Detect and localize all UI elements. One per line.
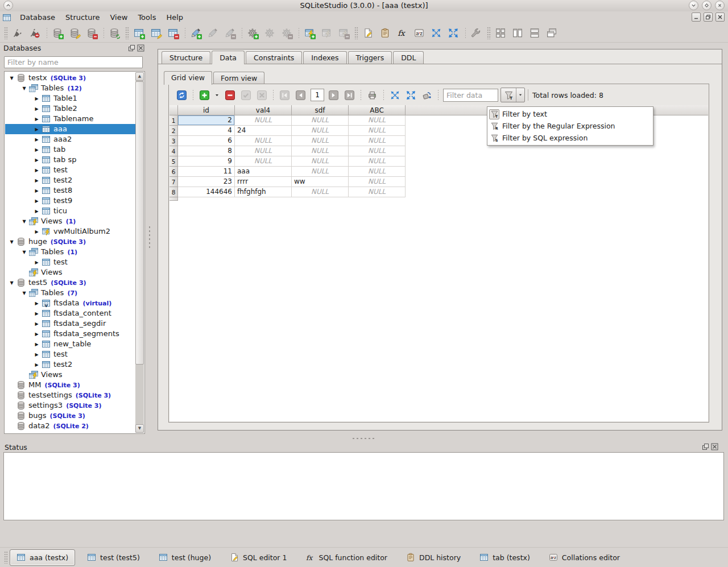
open-ddl-history-button[interactable]	[377, 25, 393, 41]
tree-item-testx[interactable]: ▼testx(SQLite 3)	[5, 73, 135, 83]
status-float-button[interactable]	[702, 443, 709, 450]
taskbar-aaa-testx[interactable]: aaa (testx)	[10, 549, 75, 566]
expand-all-windows-button[interactable]	[445, 25, 461, 41]
filter-mode-button[interactable]: T	[501, 88, 516, 102]
grid-cell[interactable]: 4	[178, 126, 235, 136]
windows-vertical-layout-button[interactable]	[510, 25, 526, 41]
row-header[interactable]: 3	[169, 136, 178, 146]
tree-item-test[interactable]: ▶test	[5, 165, 135, 175]
toolbar-grip[interactable]	[4, 27, 8, 39]
disconnect-database-button[interactable]	[27, 25, 43, 41]
window-minimize-button[interactable]	[689, 1, 698, 10]
refresh-schema-button[interactable]	[106, 25, 122, 41]
collapse-arrow-icon[interactable]: ▼	[20, 250, 28, 255]
grid-cell[interactable]: NULL	[235, 115, 292, 126]
tree-item-test8[interactable]: ▶test8	[5, 185, 135, 196]
tree-item-tables[interactable]: ▼Tables(12)	[5, 83, 135, 93]
expand-all-rows-button[interactable]	[403, 88, 418, 102]
row-header[interactable]: 2	[169, 126, 178, 136]
expand-arrow-icon[interactable]: ▶	[32, 332, 41, 337]
commit-changes-button[interactable]	[238, 88, 253, 102]
expand-arrow-icon[interactable]: ▶	[32, 311, 41, 316]
taskbar-sql-editor-1[interactable]: SQL editor 1	[223, 549, 293, 566]
window-maximize-button[interactable]	[702, 1, 712, 10]
expand-arrow-icon[interactable]: ▶	[32, 178, 41, 183]
collapse-arrow-icon[interactable]: ▼	[20, 219, 28, 224]
vertical-splitter[interactable]	[147, 225, 152, 248]
new-trigger-button[interactable]	[245, 25, 260, 41]
taskbar-test-test5[interactable]: test (test5)	[80, 549, 147, 566]
expand-arrow-icon[interactable]: ▶	[32, 352, 41, 357]
next-page-button[interactable]	[326, 88, 341, 102]
panel-float-button[interactable]	[128, 44, 135, 52]
tab-grid-view[interactable]: Grid view	[164, 71, 212, 85]
expand-arrow-icon[interactable]: ▶	[32, 321, 41, 326]
menu-view[interactable]: View	[105, 13, 133, 22]
new-index-button[interactable]	[188, 25, 204, 41]
taskbar-tab-testx[interactable]: tab (testx)	[473, 549, 537, 566]
collapse-arrow-icon[interactable]: ▼	[7, 239, 16, 245]
grid-cell[interactable]: 24	[235, 126, 292, 136]
tree-item-views[interactable]: ▼Views(1)	[5, 216, 135, 226]
open-sql-editor-button[interactable]	[360, 25, 376, 41]
tree-item-huge[interactable]: ▼huge(SQLite 3)	[5, 237, 135, 247]
grid-cell[interactable]: 23	[178, 177, 235, 187]
grid-cell[interactable]: NULL	[235, 136, 292, 146]
tree-item-tab-sp[interactable]: ▶tab sp	[5, 155, 135, 165]
tree-item-tablename[interactable]: ▶Tablename	[5, 114, 135, 124]
grid-cell[interactable]: NULL	[235, 156, 292, 167]
print-data-button[interactable]	[365, 88, 379, 102]
menu-item-filter-by-text[interactable]: TFilter by text	[487, 108, 653, 120]
mdi-minimize-button[interactable]	[692, 13, 701, 22]
drop-index-button[interactable]	[222, 25, 238, 41]
windows-horizontal-layout-button[interactable]	[527, 25, 543, 41]
column-header-sdf[interactable]: sdf	[292, 105, 349, 115]
grid-cell[interactable]: NULL	[292, 156, 349, 167]
collapse-all-rows-button[interactable]	[387, 88, 402, 102]
filter-mode-dropdown-button[interactable]	[516, 88, 524, 102]
row-header[interactable]: 7	[169, 177, 178, 187]
grid-cell[interactable]: NULL	[349, 187, 406, 197]
tab-triggers[interactable]: Triggers	[348, 51, 392, 64]
grid-cell[interactable]: 6	[178, 136, 235, 146]
tree-item-settings3[interactable]: settings3(SQLite 3)	[5, 400, 135, 411]
last-page-button[interactable]	[342, 88, 357, 102]
row-header[interactable]: 6	[169, 167, 178, 177]
grid-cell[interactable]: NULL	[292, 146, 349, 156]
insert-row-button[interactable]	[197, 88, 212, 102]
prev-page-button[interactable]	[293, 88, 308, 102]
horizontal-splitter[interactable]	[351, 436, 377, 440]
grid-cell[interactable]: NULL	[349, 136, 406, 146]
grid-cell[interactable]: NULL	[349, 115, 406, 126]
panel-close-button[interactable]	[137, 44, 144, 52]
expand-arrow-icon[interactable]: ▶	[32, 342, 41, 347]
tree-item-test[interactable]: ▶test	[5, 257, 135, 267]
taskbar-collations-editor[interactable]: azCollations editor	[542, 549, 627, 566]
open-sql-function-editor-button[interactable]: fx	[394, 25, 410, 41]
add-database-button[interactable]	[49, 25, 65, 41]
grid-cell[interactable]: 8	[178, 146, 235, 156]
row-header[interactable]: 5	[169, 156, 178, 167]
menu-database[interactable]: Database	[15, 13, 60, 22]
expand-arrow-icon[interactable]: ▶	[32, 260, 41, 265]
grid-cell[interactable]: NULL	[349, 156, 406, 167]
grid-cell[interactable]: NULL	[292, 126, 349, 136]
menu-item-filter-by-the-regular-expression[interactable]: RFilter by the Regular Expression	[487, 120, 653, 132]
expand-arrow-icon[interactable]: ▶	[32, 117, 41, 122]
open-configuration-button[interactable]	[468, 25, 484, 41]
grid-cell[interactable]: NULL	[292, 115, 349, 126]
tab-ddl[interactable]: DDL	[393, 51, 424, 64]
grid-cell[interactable]: NULL	[349, 177, 406, 187]
row-header[interactable]: 4	[169, 146, 178, 156]
taskbar-sql-function-editor[interactable]: fxSQL function editor	[299, 549, 394, 566]
tree-item-table1[interactable]: ▶Table1	[5, 93, 135, 104]
collapse-all-windows-button[interactable]	[428, 25, 444, 41]
expand-arrow-icon[interactable]: ▶	[32, 147, 41, 152]
windows-cascade-layout-button[interactable]	[544, 25, 560, 41]
expand-arrow-icon[interactable]: ▶	[32, 301, 41, 306]
expand-arrow-icon[interactable]: ▶	[32, 362, 41, 367]
scrollbar-thumb[interactable]	[135, 81, 144, 365]
corner-header[interactable]	[169, 105, 178, 115]
mdi-close-button[interactable]	[715, 13, 725, 22]
tree-item-bugs[interactable]: bugs(SQLite 3)	[5, 411, 135, 421]
